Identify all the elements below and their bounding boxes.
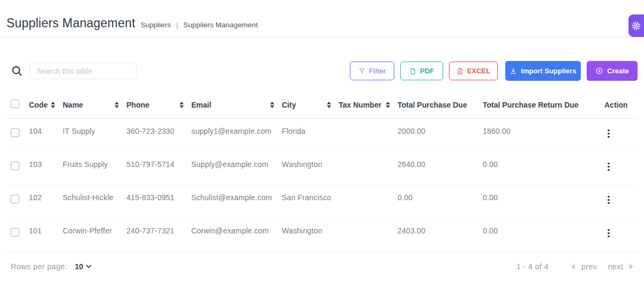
filter-button[interactable]: Filter: [350, 62, 394, 80]
prev-page-link[interactable]: prev: [581, 262, 597, 271]
rows-per-page-label: Rows per page:: [11, 262, 68, 271]
page-header: Suppliers Management Suppliers | Supplie…: [0, 0, 644, 37]
cell-total-purchase-return-due: 0.00: [483, 152, 600, 185]
pagination-range: 1 - 4 of 4: [516, 262, 549, 271]
column-header-tax-number[interactable]: Tax Number: [339, 95, 398, 119]
cell-name: Schulist-Hickle: [63, 185, 126, 218]
suppliers-table: Code Name Phone Email City: [6, 95, 638, 252]
rows-per-page-select[interactable]: 10: [75, 262, 92, 271]
toolbar-buttons: Filter PDF EXCEL Imp: [350, 61, 638, 81]
row-actions-menu[interactable]: [604, 194, 613, 207]
sort-icon[interactable]: [327, 102, 331, 108]
cell-total-purchase-due: 2403.00: [398, 218, 483, 252]
pager: 1 - 4 of 4 prev next: [516, 262, 633, 271]
cell-code: 102: [29, 185, 63, 218]
excel-export-button[interactable]: EXCEL: [449, 62, 498, 80]
sort-icon[interactable]: [270, 102, 274, 108]
chevron-down-icon: [86, 264, 92, 269]
cell-total-purchase-return-due: 0.00: [483, 218, 600, 252]
cell-tax-number: [339, 119, 398, 152]
page-title: Suppliers Management: [6, 16, 136, 31]
cell-email: Corwin@example.com: [191, 218, 282, 252]
column-header-city[interactable]: City: [282, 95, 339, 119]
table-row: 102 Schulist-Hickle 415-833-0951 Schulis…: [6, 185, 638, 218]
table-toolbar: Filter PDF EXCEL Imp: [6, 61, 638, 81]
create-button[interactable]: Create: [587, 61, 638, 81]
pdf-export-button[interactable]: PDF: [400, 62, 443, 80]
breadcrumb: Suppliers | Suppliers Management: [141, 21, 258, 29]
table-header-row: Code Name Phone Email City: [6, 95, 638, 119]
cell-total-purchase-return-due: 0.00: [483, 185, 600, 218]
breadcrumb-separator: |: [176, 21, 178, 29]
table-row: 101 Corwin-Pfeffer 240-737-7321 Corwin@e…: [6, 218, 638, 252]
row-checkbox[interactable]: [11, 162, 19, 170]
cell-name: IT Supply: [63, 119, 126, 152]
sort-icon[interactable]: [51, 102, 55, 108]
cell-code: 101: [29, 218, 63, 252]
cell-total-purchase-due: 2000.00: [398, 119, 483, 152]
column-header-action: Action: [600, 95, 638, 119]
select-all-checkbox[interactable]: [11, 100, 19, 108]
cell-email: Supply@example.com: [191, 152, 282, 185]
cell-tax-number: [339, 185, 398, 218]
cell-code: 103: [29, 152, 63, 185]
prev-page-arrow-icon[interactable]: [571, 263, 575, 270]
download-icon: [510, 67, 517, 75]
cell-total-purchase-due: 2640.00: [398, 152, 483, 185]
cell-code: 104: [29, 119, 63, 152]
excel-file-icon: [456, 67, 463, 75]
column-header-email[interactable]: Email: [191, 95, 282, 119]
breadcrumb-section[interactable]: Suppliers: [141, 21, 171, 29]
plus-circle-icon: [595, 67, 603, 75]
column-header-total-purchase-due: Total Purchase Due: [398, 95, 483, 119]
import-suppliers-button[interactable]: Import Suppliers: [505, 61, 581, 81]
next-page-arrow-icon[interactable]: [630, 263, 633, 270]
settings-fab-button[interactable]: [628, 14, 644, 37]
cell-email: supply1@example.com: [191, 119, 282, 152]
pdf-file-icon: [409, 67, 416, 75]
row-actions-menu[interactable]: [604, 127, 613, 140]
column-header-name[interactable]: Name: [63, 95, 126, 119]
cell-total-purchase-due: 0.00: [398, 185, 483, 218]
sort-icon[interactable]: [115, 102, 119, 108]
cell-phone: 360-723-2330: [126, 119, 191, 152]
search-icon: [11, 65, 23, 77]
cell-name: Fruits Supply: [63, 152, 126, 185]
cell-phone: 415-833-0951: [126, 185, 191, 218]
table-footer: Rows per page: 10 1 - 4 of 4 prev next: [6, 252, 638, 281]
next-page-link[interactable]: next: [608, 262, 623, 271]
table-row: 103 Fruits Supply 510-797-5714 Supply@ex…: [6, 152, 638, 185]
column-header-code[interactable]: Code: [29, 95, 63, 119]
cell-city: Florida: [282, 119, 339, 152]
row-checkbox[interactable]: [11, 195, 19, 203]
cell-phone: 510-797-5714: [126, 152, 191, 185]
column-header-phone[interactable]: Phone: [126, 95, 191, 119]
cell-tax-number: [339, 152, 398, 185]
row-checkbox[interactable]: [11, 228, 19, 237]
filter-icon: [358, 67, 365, 74]
cell-email: Schulist@example.com: [191, 185, 282, 218]
cell-city: Washington: [282, 152, 339, 185]
sort-icon[interactable]: [179, 102, 184, 108]
cell-tax-number: [339, 218, 398, 252]
table-row: 104 IT Supply 360-723-2330 supply1@examp…: [6, 119, 638, 152]
gear-icon: [631, 21, 641, 31]
sort-icon[interactable]: [386, 102, 390, 108]
row-checkbox[interactable]: [11, 128, 19, 137]
cell-city: Washington: [282, 218, 339, 252]
row-actions-menu[interactable]: [604, 161, 613, 173]
cell-city: San Francisco: [282, 185, 339, 218]
cell-name: Corwin-Pfeffer: [63, 218, 126, 252]
cell-phone: 240-737-7321: [126, 218, 191, 252]
row-actions-menu[interactable]: [604, 227, 613, 240]
breadcrumb-current: Suppliers Management: [183, 21, 258, 29]
cell-total-purchase-return-due: 1860.00: [483, 119, 600, 152]
column-header-total-purchase-return-due: Total Purchase Return Due: [483, 95, 600, 119]
search-input[interactable]: [29, 63, 137, 79]
